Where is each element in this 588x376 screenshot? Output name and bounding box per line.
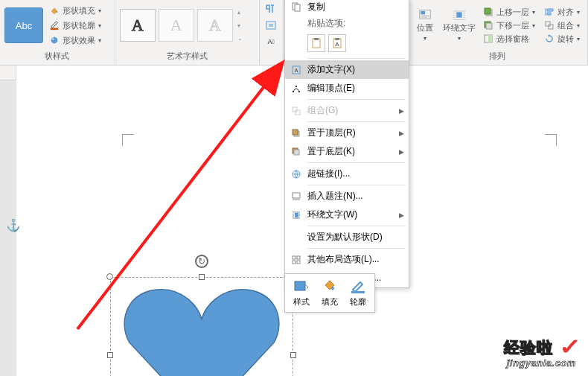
menu-other-layout[interactable]: 其他布局选项(L)... <box>285 250 409 269</box>
svg-rect-39 <box>297 261 300 264</box>
chevron-down-icon: ▾ <box>98 22 101 29</box>
submenu-arrow-icon: ▶ <box>399 148 404 156</box>
art-styles-group: A A A ▴ ▾ ⌄ 艺术字样式 <box>115 0 260 65</box>
art-style-1[interactable]: A <box>120 9 156 42</box>
svg-rect-0 <box>51 28 59 31</box>
chevron-down-icon: ▾ <box>98 7 101 14</box>
svg-point-1 <box>51 37 58 44</box>
menu-separator <box>307 58 406 59</box>
chevron-down-icon: ▾ <box>424 35 426 42</box>
group-icon <box>544 20 555 31</box>
mini-fill-button[interactable]: 填充 <box>316 277 343 309</box>
submenu-arrow-icon: ▶ <box>399 107 404 115</box>
menu-separator <box>307 185 406 185</box>
wrap-text-button[interactable]: 环绕文字 ▾ <box>441 9 477 42</box>
svg-rect-38 <box>293 261 295 264</box>
menu-paste-header: 粘贴选项: <box>285 14 409 33</box>
text-more-button[interactable]: A⃣ <box>263 35 278 48</box>
check-icon: ✓ <box>559 334 581 360</box>
svg-rect-13 <box>546 22 550 26</box>
fill-icon <box>322 279 338 294</box>
menu-caption[interactable]: 插入题注(N)... <box>285 187 409 205</box>
wrap-text-icon <box>288 208 304 222</box>
shape-fill-button[interactable]: 形状填充 ▾ <box>46 4 104 18</box>
svg-rect-12 <box>488 35 492 42</box>
ruler-corner <box>0 66 16 80</box>
chevron-down-icon: ▾ <box>577 9 580 16</box>
mini-toolbar: 样式 填充 轮廓 <box>284 273 375 313</box>
rotate-icon <box>544 34 555 44</box>
svg-rect-24 <box>293 91 294 92</box>
svg-rect-6 <box>456 12 461 17</box>
paint-bucket-icon <box>49 5 60 16</box>
align-text-icon <box>265 20 277 31</box>
style-icon <box>293 279 310 294</box>
menu-bring-front[interactable]: 置于顶层(R) ▶ <box>285 124 409 142</box>
text-direction-icon <box>265 4 277 14</box>
send-back-icon <box>288 145 304 159</box>
svg-rect-27 <box>293 107 297 112</box>
svg-rect-25 <box>295 86 297 87</box>
svg-text:A: A <box>295 68 298 73</box>
add-text-icon: A <box>288 63 304 77</box>
position-button[interactable]: 位置 ▾ <box>412 9 438 42</box>
menu-separator <box>307 99 406 100</box>
arrange-group-label: 排列 <box>412 49 583 63</box>
shape-effects-button[interactable]: 形状效果 ▾ <box>46 34 104 48</box>
art-style-3[interactable]: A <box>197 9 233 42</box>
mini-style-button[interactable]: 样式 <box>288 277 315 309</box>
margin-corner-tl <box>122 134 134 146</box>
svg-rect-30 <box>293 130 298 135</box>
menu-set-default[interactable]: 设置为默认形状(D) <box>285 228 409 246</box>
svg-rect-14 <box>549 25 553 29</box>
paste-option-2[interactable]: A <box>328 34 346 52</box>
shape-outline-button[interactable]: 形状轮廓 ▾ <box>46 19 104 33</box>
menu-send-back[interactable]: 置于底层(K) ▶ <box>285 142 409 161</box>
svg-rect-34 <box>293 193 300 198</box>
bring-forward-icon <box>483 7 493 17</box>
arrange-group: 位置 ▾ 环绕文字 ▾ 上移一层 ▾ 下移一层 ▾ <box>407 0 588 65</box>
gallery-more-icon[interactable]: ⌄ <box>237 35 243 42</box>
send-backward-button[interactable]: 下移一层 ▾ <box>480 19 538 32</box>
gallery-up-icon[interactable]: ▴ <box>237 9 243 16</box>
rotate-button[interactable]: 旋转 ▾ <box>541 33 583 45</box>
context-menu: 复制 粘贴选项: A A 添加文字(X) 编辑顶点(E) 组合(G) ▶ 置于顶… <box>284 0 409 288</box>
align-text-button[interactable] <box>263 19 278 32</box>
art-style-2[interactable]: A <box>159 9 194 42</box>
resize-handle-tl[interactable] <box>106 273 113 280</box>
menu-add-text[interactable]: A 添加文字(X) <box>285 60 409 79</box>
svg-rect-42 <box>351 291 365 293</box>
bring-front-icon <box>288 127 304 140</box>
resize-handle-t[interactable] <box>199 274 205 280</box>
mini-outline-button[interactable]: 轮廓 <box>345 277 371 309</box>
heart-shape[interactable] <box>121 283 283 376</box>
menu-copy[interactable]: 复制 <box>285 0 409 14</box>
align-button[interactable]: 对齐 ▾ <box>541 6 583 19</box>
menu-hyperlink[interactable]: 超链接(I)... <box>285 165 409 183</box>
margin-corner-tr <box>545 134 557 146</box>
bring-forward-button[interactable]: 上移一层 ▾ <box>480 6 538 19</box>
submenu-arrow-icon: ▶ <box>399 211 404 219</box>
selection-pane-button[interactable]: 选择窗格 <box>480 33 538 45</box>
shape-styles-group: Abc 形状填充 ▾ 形状轮廓 ▾ 形状效果 ▾ 状样式 <box>0 0 115 65</box>
paste-option-1[interactable] <box>307 34 325 52</box>
shape-style-sample[interactable]: Abc <box>4 7 43 43</box>
outline-icon <box>350 279 366 294</box>
rotate-handle[interactable] <box>195 255 208 268</box>
text-direction-button[interactable] <box>263 2 278 16</box>
wrap-text-icon <box>450 9 469 21</box>
menu-wrap-text[interactable]: 环绕文字(W) ▶ <box>285 205 409 224</box>
group-button[interactable]: 组合 ▾ <box>541 19 583 32</box>
clipboard-text-icon: A <box>331 37 343 49</box>
menu-edit-points[interactable]: 编辑顶点(E) <box>285 79 409 98</box>
menu-separator <box>307 121 406 122</box>
shape-fill-label: 形状填充 <box>63 5 95 16</box>
shape-effects-label: 形状效果 <box>63 35 95 46</box>
gallery-down-icon[interactable]: ▾ <box>237 22 243 29</box>
svg-rect-35 <box>295 213 298 217</box>
shape-selection-box[interactable] <box>110 277 293 376</box>
caption-icon <box>288 190 304 203</box>
shape-styles-group-label: 状样式 <box>4 49 110 63</box>
resize-handle-r[interactable] <box>290 352 296 358</box>
resize-handle-l[interactable] <box>107 352 113 358</box>
